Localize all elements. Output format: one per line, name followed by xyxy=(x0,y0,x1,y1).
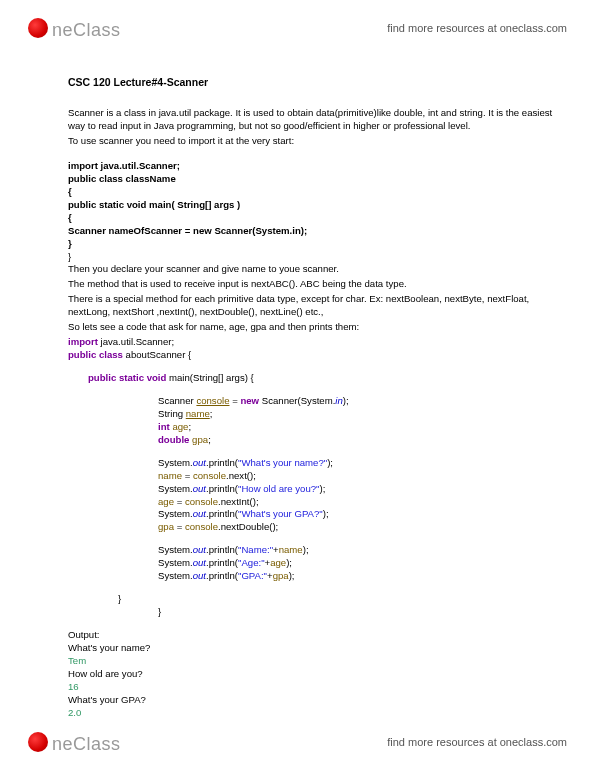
code-line: public static void main(String[] args) { xyxy=(68,372,555,385)
code-line: public class className xyxy=(68,173,555,186)
output-label: Output: xyxy=(68,629,555,642)
code-line: double gpa; xyxy=(68,434,555,447)
logo-text-part2: Class xyxy=(73,20,121,41)
code-line: } xyxy=(68,606,555,619)
output-line: How old are you? xyxy=(68,668,555,681)
intro-paragraph-2: To use scanner you need to import it at … xyxy=(68,135,555,148)
code-line: System.out.println("How old are you?"); xyxy=(68,483,555,496)
logo-icon xyxy=(28,732,48,752)
output-line: What's your name? xyxy=(68,642,555,655)
code-line: age = console.nextInt(); xyxy=(68,496,555,509)
logo-text-part1: ne xyxy=(52,20,73,41)
brand-logo: ne Class xyxy=(28,730,121,755)
code-line: import java.util.Scanner; xyxy=(68,336,555,349)
page-header: ne Class find more resources at oneclass… xyxy=(0,8,595,48)
code-line: Scanner console = new Scanner(System.in)… xyxy=(68,395,555,408)
page-footer: ne Class find more resources at oneclass… xyxy=(0,722,595,762)
find-resources-link[interactable]: find more resources at oneclass.com xyxy=(387,22,567,34)
code-line: { xyxy=(68,186,555,199)
brand-logo: ne Class xyxy=(28,16,121,41)
find-resources-link[interactable]: find more resources at oneclass.com xyxy=(387,736,567,748)
explain-2: The method that is used to receive input… xyxy=(68,278,555,291)
code-line: public class aboutScanner { xyxy=(68,349,555,362)
code-snippet-2: import java.util.Scanner; public class a… xyxy=(68,336,555,619)
explain-3: There is a special method for each primi… xyxy=(68,293,555,319)
code-line: System.out.println("What's your GPA?"); xyxy=(68,508,555,521)
code-line: } xyxy=(68,593,555,606)
logo-icon xyxy=(28,18,48,38)
document-body: CSC 120 Lecture#4-Scanner Scanner is a c… xyxy=(68,75,555,720)
code-line: System.out.println("What's your name?"); xyxy=(68,457,555,470)
code-line: int age; xyxy=(68,421,555,434)
logo-text-part2: Class xyxy=(73,734,121,755)
code-line: String name; xyxy=(68,408,555,421)
code-line: System.out.println("Age:"+age); xyxy=(68,557,555,570)
code-snippet-1: import java.util.Scanner; public class c… xyxy=(68,160,555,264)
code-line: } xyxy=(68,251,555,264)
output-line: Tem xyxy=(68,655,555,668)
output-line: 16 xyxy=(68,681,555,694)
code-line: public static void main( String[] args ) xyxy=(68,199,555,212)
code-line: { xyxy=(68,212,555,225)
code-line: Scanner nameOfScanner = new Scanner(Syst… xyxy=(68,225,555,238)
lecture-title: CSC 120 Lecture#4-Scanner xyxy=(68,75,555,89)
code-line: import java.util.Scanner; xyxy=(68,160,555,173)
intro-paragraph-1: Scanner is a class in java.util package.… xyxy=(68,107,555,133)
code-line: System.out.println("Name:"+name); xyxy=(68,544,555,557)
explain-1: Then you declare your scanner and give n… xyxy=(68,263,555,276)
output-line: 2.0 xyxy=(68,707,555,720)
code-line: } xyxy=(68,238,555,251)
explain-4: So lets see a code that ask for name, ag… xyxy=(68,321,555,334)
logo-text-part1: ne xyxy=(52,734,73,755)
code-line: gpa = console.nextDouble(); xyxy=(68,521,555,534)
output-line: What's your GPA? xyxy=(68,694,555,707)
code-line: name = console.next(); xyxy=(68,470,555,483)
code-line: System.out.println("GPA:"+gpa); xyxy=(68,570,555,583)
